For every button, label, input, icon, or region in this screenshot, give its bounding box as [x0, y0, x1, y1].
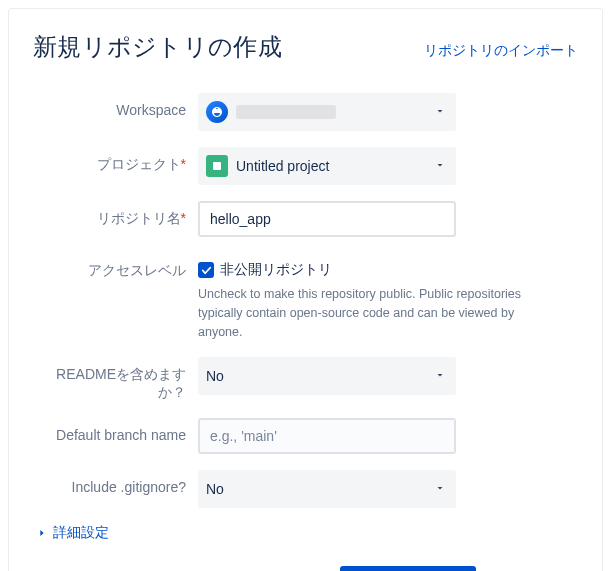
svg-rect-0	[213, 162, 221, 170]
repo-name-label: リポジトリ名*	[33, 201, 198, 227]
row-repo-name: リポジトリ名*	[33, 201, 578, 237]
private-checkbox-row[interactable]: 非公開リポジトリ	[198, 253, 578, 279]
private-checkbox[interactable]	[198, 262, 214, 278]
access-label: アクセスレベル	[33, 253, 198, 279]
cancel-button[interactable]: キャンセル	[484, 566, 578, 571]
row-project: プロジェクト* Untitled project	[33, 147, 578, 185]
chevron-down-icon	[434, 158, 446, 174]
create-repo-panel: 新規リポジトリの作成 リポジトリのインポート Workspace プロジェクト*	[8, 8, 603, 571]
row-readme: READMEを含めますか？ No	[33, 357, 578, 401]
workspace-label: Workspace	[33, 93, 198, 119]
chevron-right-icon	[37, 525, 47, 541]
repo-name-input[interactable]	[198, 201, 456, 237]
access-helper-text: Uncheck to make this repository public. …	[198, 285, 558, 341]
footer-actions: リポジトリの作成 キャンセル	[33, 566, 578, 571]
gitignore-select[interactable]: No	[198, 470, 456, 508]
import-repo-link[interactable]: リポジトリのインポート	[424, 42, 578, 60]
row-workspace: Workspace	[33, 93, 578, 131]
readme-label: READMEを含めますか？	[33, 357, 198, 401]
panel-header: 新規リポジトリの作成 リポジトリのインポート	[33, 31, 578, 63]
create-repo-button[interactable]: リポジトリの作成	[340, 566, 476, 571]
gitignore-select-value: No	[206, 481, 224, 497]
chevron-down-icon	[434, 368, 446, 384]
project-select-value: Untitled project	[236, 158, 329, 174]
row-default-branch: Default branch name	[33, 418, 578, 454]
gitignore-label: Include .gitignore?	[33, 470, 198, 496]
advanced-settings-toggle[interactable]: 詳細設定	[37, 524, 578, 542]
private-checkbox-label: 非公開リポジトリ	[220, 261, 332, 279]
project-label: プロジェクト*	[33, 147, 198, 173]
project-avatar-icon	[206, 155, 228, 177]
chevron-down-icon	[434, 481, 446, 497]
branch-label: Default branch name	[33, 418, 198, 444]
workspace-select[interactable]	[198, 93, 456, 131]
workspace-name-redacted	[236, 105, 336, 119]
advanced-settings-label: 詳細設定	[53, 524, 109, 542]
project-select[interactable]: Untitled project	[198, 147, 456, 185]
readme-select[interactable]: No	[198, 357, 456, 395]
page-title: 新規リポジトリの作成	[33, 31, 282, 63]
row-gitignore: Include .gitignore? No	[33, 470, 578, 508]
workspace-avatar-icon	[206, 101, 228, 123]
readme-select-value: No	[206, 368, 224, 384]
chevron-down-icon	[434, 104, 446, 120]
branch-input[interactable]	[198, 418, 456, 454]
row-access-level: アクセスレベル 非公開リポジトリ Uncheck to make this re…	[33, 253, 578, 341]
